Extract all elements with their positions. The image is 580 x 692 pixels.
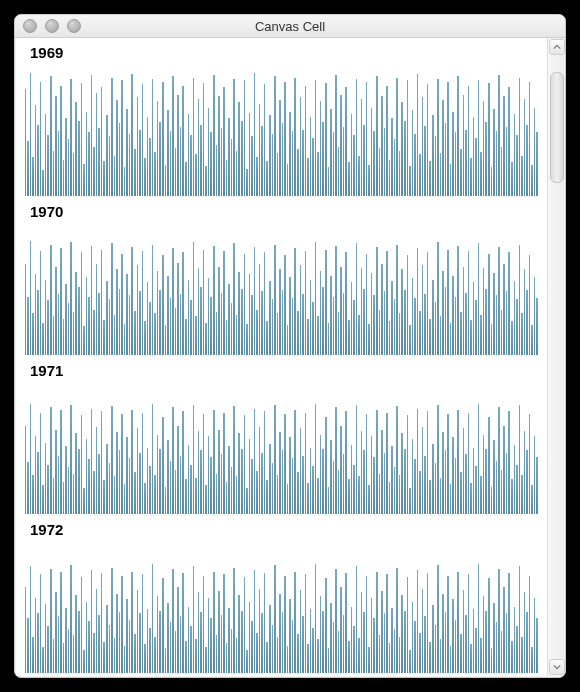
bar: [511, 321, 513, 355]
bar: [361, 99, 363, 197]
bar: [427, 573, 429, 673]
bar: [480, 315, 482, 355]
bar: [422, 97, 424, 196]
bar: [320, 596, 322, 673]
bar: [317, 316, 319, 355]
bar: [363, 125, 365, 197]
bar: [147, 448, 149, 514]
bar: [193, 242, 195, 355]
bar: [126, 109, 128, 196]
bar: [401, 595, 403, 673]
bar: [534, 598, 536, 673]
bar: [429, 319, 431, 355]
bar: [536, 132, 538, 196]
bar: [384, 613, 386, 673]
bar: [470, 644, 472, 673]
vertical-scrollbar[interactable]: [547, 38, 564, 676]
bar: [389, 482, 391, 515]
bar: [320, 101, 322, 196]
bar: [465, 130, 467, 196]
bar: [266, 642, 268, 673]
bar: [493, 603, 495, 673]
bar: [468, 574, 470, 673]
bar: [106, 281, 108, 355]
bar: [531, 325, 533, 355]
bar: [501, 147, 503, 196]
bar: [485, 122, 487, 196]
bar: [152, 245, 154, 356]
bar: [109, 463, 111, 514]
bar: [152, 79, 154, 196]
bar: [75, 272, 77, 355]
bar: [511, 162, 513, 196]
bar: [269, 605, 271, 673]
bar: [109, 136, 111, 196]
bar: [358, 156, 360, 196]
bar: [144, 158, 146, 196]
bar: [216, 312, 218, 355]
bar: [157, 271, 159, 356]
bar: [111, 243, 113, 355]
bar: [88, 132, 90, 196]
bar: [175, 470, 177, 514]
bar: [142, 574, 144, 673]
bar: [368, 485, 370, 514]
bar: [73, 312, 75, 355]
bar: [65, 446, 67, 514]
bar: [70, 565, 72, 673]
bar: [256, 471, 258, 514]
bar: [480, 638, 482, 673]
bar: [389, 321, 391, 355]
bar: [483, 435, 485, 514]
bar: [371, 598, 373, 673]
bar: [88, 621, 90, 673]
bar: [231, 303, 233, 355]
bar: [228, 284, 230, 356]
minimize-icon[interactable]: [45, 19, 59, 33]
zoom-icon[interactable]: [67, 19, 81, 33]
bar: [175, 631, 177, 673]
bar: [429, 161, 431, 196]
scroll-down-button[interactable]: [549, 659, 565, 675]
bar: [162, 417, 164, 515]
bar: [114, 156, 116, 196]
bar: [86, 439, 88, 514]
bar: [333, 297, 335, 356]
bar: [452, 437, 454, 514]
titlebar[interactable]: Canvas Cell: [15, 15, 565, 38]
bar: [429, 480, 431, 514]
bar: [159, 122, 161, 196]
bar: [480, 476, 482, 514]
bar: [300, 590, 302, 673]
bar: [470, 158, 472, 196]
bar: [81, 252, 83, 355]
bar: [203, 414, 205, 514]
bar: [200, 287, 202, 355]
bar: [307, 644, 309, 673]
bar: [427, 411, 429, 514]
bar: [223, 251, 225, 355]
bar: [317, 639, 319, 673]
chevron-up-icon: [553, 43, 561, 51]
bar: [251, 136, 253, 196]
bar: [366, 254, 368, 355]
chevron-down-icon: [553, 663, 561, 671]
bar: [493, 109, 495, 196]
bar: [401, 269, 403, 355]
bar: [358, 315, 360, 355]
bar: [333, 622, 335, 673]
bar: [236, 638, 238, 673]
chart-scroll-area[interactable]: 1969197019711972: [16, 38, 547, 676]
chart-panel-1972: 1972: [16, 515, 547, 674]
scrollbar-thumb[interactable]: [550, 72, 564, 183]
bar: [274, 565, 276, 673]
bar: [55, 592, 57, 673]
bar: [465, 293, 467, 355]
scroll-up-button[interactable]: [549, 39, 565, 55]
bar: [70, 405, 72, 514]
bar: [345, 573, 347, 673]
bar: [463, 267, 465, 355]
close-icon[interactable]: [23, 19, 37, 33]
bar: [177, 587, 179, 673]
bar: [277, 153, 279, 196]
